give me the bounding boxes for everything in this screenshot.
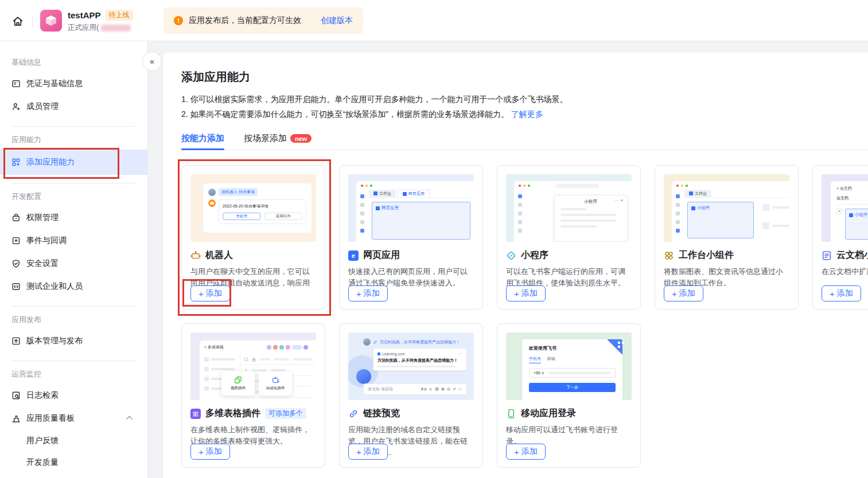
sidebar-item-label: 添加应用能力: [26, 157, 75, 167]
message-input-mockup: 发送给 项目组 Aa ☺ @ ⊗ ⊙ ⇗ ▷: [363, 383, 467, 395]
add-widget-button[interactable]: + 添加: [664, 285, 703, 301]
login-title: 欢迎使用飞书: [529, 345, 616, 351]
plus-icon: +: [514, 289, 519, 298]
add-button-label: 添加: [679, 288, 695, 299]
more-icon: ⋯: [459, 351, 463, 356]
miniprogram-window-mockup: 小程序 ⋯ ×: [554, 195, 628, 242]
add-button-label: 添加: [364, 446, 380, 457]
plus-icon: +: [356, 448, 361, 456]
sidebar-item-members[interactable]: 成员管理: [0, 95, 147, 118]
banner-text: 应用发布后，当前配置方可生效: [189, 15, 301, 26]
input-placeholder: 发送给 项目组: [368, 386, 393, 392]
add-bot-button[interactable]: + 添加: [190, 285, 230, 301]
sidebar-item-log-search[interactable]: 日志检索: [0, 384, 147, 407]
phone-input-mockup: +86 ∨: [529, 368, 616, 378]
sidebar-item-version-release[interactable]: 版本管理与发布: [0, 330, 147, 352]
sidebar-section-basic-info: 基础信息: [11, 57, 147, 68]
mock-window-title: 小程序: [585, 199, 598, 205]
app-name: testAPP: [68, 10, 101, 20]
instruction-text: 1. 你可以根据实际需求，为应用开启能力。单个应用可开启多种能力，一个能力可用于…: [181, 95, 568, 104]
bot-preview-image: @机器人 待办事项 2022-05-20 待办事项详情 去处理 延期待办: [190, 174, 316, 242]
mention-chip: @机器人 待办事项: [219, 188, 258, 196]
sidebar-item-quality-dashboard[interactable]: 应用质量看板: [0, 407, 147, 430]
sidebar-item-events[interactable]: 事件与回调: [0, 229, 147, 252]
doc-title: 云文档: [836, 195, 868, 205]
message-link-text: 方法到实践，从不同角度提高产品思维能力！: [380, 339, 460, 345]
checkbox-icon: [244, 358, 248, 361]
add-miniprogram-button[interactable]: + 添加: [506, 285, 546, 301]
automation-plugin-chip: 自动化插件: [259, 371, 292, 395]
login-form-mockup: 欢迎使用飞书 手机号 邮箱 +86 ∨ 下一步: [522, 339, 622, 400]
sidebar-item-label: 测试企业和人员: [26, 281, 83, 292]
home-icon: [12, 15, 24, 27]
sidebar-collapse-button[interactable]: «: [142, 52, 162, 71]
card-description: 在云文档中扩展: [822, 266, 868, 277]
add-bitable-button[interactable]: + 添加: [190, 444, 230, 460]
page-title: 添加应用能力: [181, 69, 868, 85]
capability-card-linkpreview: 方法到实践，从不同角度提高产品思维能力！ Learning.com ⋯ 方法到实…: [339, 323, 483, 468]
clouddoc-icon: [822, 250, 832, 261]
decorative-blob: [356, 369, 371, 384]
email-tab: 邮箱: [547, 356, 555, 363]
tab-label: 按场景添加: [244, 133, 287, 144]
cube-icon: [44, 14, 58, 28]
learn-more-link[interactable]: 了解更多: [511, 109, 543, 119]
sidebar-item-add-capability[interactable]: 添加应用能力: [0, 150, 147, 175]
add-button-label: 添加: [521, 288, 538, 299]
sidebar-subitem-user-feedback[interactable]: 用户反馈: [0, 430, 147, 452]
browser-mockup: 工作台 网页应用 网页应用: [356, 181, 474, 242]
sidebar-item-label: 日志检索: [26, 390, 59, 401]
user-avatar: [363, 338, 371, 346]
card-title: 网页应用: [363, 249, 400, 261]
redacted-app-id: [101, 25, 131, 32]
shield-check-icon: [11, 259, 21, 268]
link-icon: [373, 340, 377, 344]
country-code: +86 ∨: [534, 371, 544, 375]
svg-text:e: e: [352, 252, 355, 259]
bitable-preview-image: < 多维表格: [190, 332, 316, 400]
add-webapp-button[interactable]: + 添加: [348, 285, 388, 301]
add-button-label: 添加: [206, 446, 222, 457]
sidebar-item-label: 成员管理: [26, 101, 59, 112]
add-button-label: 添加: [837, 288, 853, 299]
linkpreview-preview-image: 方法到实践，从不同角度提高产品思维能力！ Learning.com ⋯ 方法到实…: [348, 332, 474, 400]
app-square-icon: [691, 206, 695, 210]
sidebar-item-label: 开发质量: [26, 457, 59, 468]
new-badge: new: [290, 134, 312, 143]
robot-icon: [190, 250, 201, 261]
app-subtitle: 正式应用(: [68, 23, 131, 33]
add-linkpreview-button[interactable]: + 添加: [348, 444, 388, 460]
app-square-icon: [376, 206, 380, 210]
tab-icon: [689, 191, 693, 195]
sidebar-item-permissions[interactable]: 权限管理: [0, 206, 147, 229]
sidebar-item-credentials[interactable]: 凭证与基础信息: [0, 72, 147, 95]
plus-icon: +: [198, 289, 204, 298]
sidebar-item-label: 权限管理: [26, 213, 59, 223]
card-title: 移动应用登录: [521, 408, 576, 420]
sidebar-item-test-enterprise[interactable]: 测试企业和人员: [0, 275, 147, 298]
sidebar-divider: [11, 361, 136, 361]
instruction-text: 2. 如果尚不确定需要添加什么能力，可切换至“按场景添加”，根据所需的业务场景选…: [181, 109, 509, 119]
home-button[interactable]: [9, 13, 26, 30]
card-title: 链接预览: [363, 408, 400, 420]
add-clouddoc-button[interactable]: + 添加: [822, 285, 861, 301]
tab-by-capability[interactable]: 按能力添加: [181, 133, 224, 144]
tab-by-scenario[interactable]: 按场景添加 new: [244, 133, 312, 144]
add-mobilelogin-button[interactable]: + 添加: [506, 444, 546, 460]
capability-card-webapp: 工作台 网页应用 网页应用 e 网页应用 快速接入已有的网页: [339, 165, 483, 309]
browser-mockup: 工作台 小组件: [672, 181, 789, 242]
create-version-link[interactable]: 创建版本: [321, 15, 353, 26]
sidebar-item-label: 用户反馈: [26, 436, 59, 446]
widget-panel-mockup: 小组件: [687, 202, 754, 238]
mobilelogin-icon: [506, 409, 516, 419]
sidebar-subitem-dev-quality[interactable]: 开发质量: [0, 452, 147, 473]
status-badge: 待上线: [106, 10, 133, 21]
back-breadcrumb: < 多维表格: [204, 344, 224, 350]
mock-tab-label: 网页应用: [408, 191, 425, 197]
app-logo: [40, 10, 62, 32]
chevron-up-icon[interactable]: [126, 416, 133, 422]
link-preview-card-mockup: Learning.com ⋯ 方法到实践，从不同角度提高产品思维能力！: [373, 348, 467, 371]
capability-card-bitable: < 多维表格: [181, 323, 325, 468]
chat-mockup: 方法到实践，从不同角度提高产品思维能力！ Learning.com ⋯ 方法到实…: [363, 338, 467, 371]
sidebar-item-security[interactable]: 安全设置: [0, 252, 147, 275]
